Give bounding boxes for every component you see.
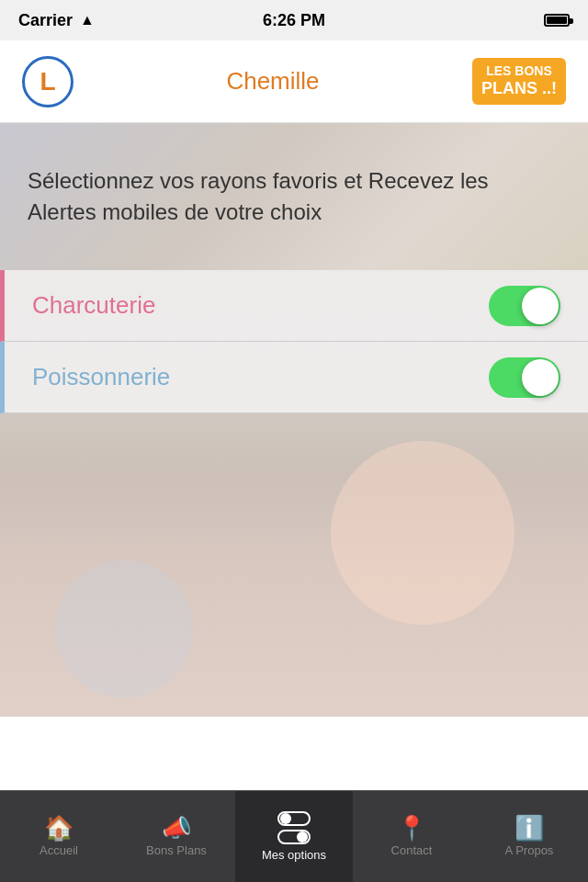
tab-mes-options[interactable]: Mes options xyxy=(235,791,353,882)
tab-bar: 🏠 Accueil 📣 Bons Plans Mes options 📍 Con… xyxy=(0,790,588,882)
store-name: Chemille xyxy=(226,67,319,96)
hero-section: Sélectionnez vos rayons favoris et Recev… xyxy=(0,123,588,270)
tab-mes-options-label: Mes options xyxy=(262,848,326,862)
options-icon-row-top xyxy=(277,811,311,826)
wifi-icon: ▲ xyxy=(80,12,95,28)
tab-contact[interactable]: 📍 Contact xyxy=(353,791,470,882)
status-time: 6:26 PM xyxy=(263,11,325,30)
hero-description: Sélectionnez vos rayons favoris et Recev… xyxy=(28,165,560,227)
content-area: Charcuterie Poissonnerie xyxy=(0,270,588,717)
poissonnerie-toggle[interactable] xyxy=(489,357,560,398)
carrier-label: Carrier xyxy=(18,11,73,30)
charcuterie-toggle-knob xyxy=(522,288,559,324)
poissonnerie-row: Poissonnerie xyxy=(0,342,588,413)
location-icon: 📍 xyxy=(397,816,426,840)
tab-contact-label: Contact xyxy=(391,843,433,857)
charcuterie-label: Charcuterie xyxy=(32,291,155,320)
badge-line2: PLANS ..! xyxy=(481,79,557,99)
charcuterie-toggle[interactable] xyxy=(489,286,560,326)
tab-bons-plans-label: Bons Plans xyxy=(146,843,207,857)
options-icon-row-bottom xyxy=(277,830,311,844)
poissonnerie-label: Poissonnerie xyxy=(32,363,170,391)
badge-line1: LES BONS xyxy=(481,63,557,79)
home-icon: 🏠 xyxy=(44,816,74,840)
options-icon xyxy=(277,811,311,844)
tab-bons-plans[interactable]: 📣 Bons Plans xyxy=(118,791,235,882)
tab-a-propos-label: A Propos xyxy=(505,843,554,857)
tab-accueil-label: Accueil xyxy=(40,843,78,857)
megaphone-icon: 📣 xyxy=(162,816,191,840)
battery-icon xyxy=(544,14,570,27)
status-right xyxy=(544,14,570,27)
app-logo: L xyxy=(22,56,74,107)
status-left: Carrier ▲ xyxy=(18,11,95,30)
header: L Chemille LES BONS PLANS ..! xyxy=(0,40,588,123)
poissonnerie-toggle-knob xyxy=(522,359,559,396)
status-bar: Carrier ▲ 6:26 PM xyxy=(0,0,588,40)
info-icon: ℹ️ xyxy=(514,816,544,840)
promo-badge: LES BONS PLANS ..! xyxy=(472,58,566,104)
blurred-background xyxy=(0,413,588,717)
tab-a-propos[interactable]: ℹ️ A Propos xyxy=(470,791,588,882)
tab-accueil[interactable]: 🏠 Accueil xyxy=(0,791,118,882)
charcuterie-row: Charcuterie xyxy=(0,270,588,342)
